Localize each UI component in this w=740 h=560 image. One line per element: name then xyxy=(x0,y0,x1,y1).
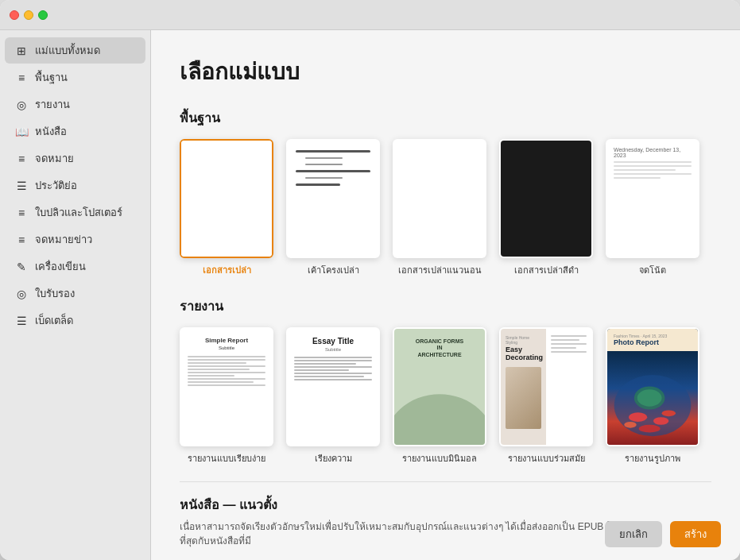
sidebar-item-flyers[interactable]: ≡ ใบปลิวและโปสเตอร์ xyxy=(5,199,145,226)
template-contemporary[interactable]: Simple Home Styling Easy Decorating xyxy=(499,327,593,465)
organic-preview: ORGANIC FORMSINARCHITECTURE xyxy=(394,329,485,445)
template-label-outline: เค้าโครงเปล่า xyxy=(308,263,359,277)
photo-report-preview: Fashion Times · April 15, 2023 Photo Rep… xyxy=(607,329,698,445)
flyers-icon: ≡ xyxy=(14,206,29,220)
pr-fish-scene xyxy=(607,351,698,445)
el4 xyxy=(294,366,372,368)
close-button[interactable] xyxy=(10,10,19,20)
template-organic[interactable]: ORGANIC FORMSINARCHITECTURE รายงานแบบมิน… xyxy=(393,327,486,465)
outline-preview xyxy=(288,141,378,257)
sr-lines xyxy=(188,356,265,386)
template-label-photo-report: รายงานรูปภาพ xyxy=(625,451,680,465)
cr5 xyxy=(551,351,587,353)
template-thumb-simple-report[interactable]: Simple ReportSubtitle xyxy=(180,327,273,446)
simple-report-preview: Simple ReportSubtitle xyxy=(181,329,272,445)
el6 xyxy=(294,373,372,374)
sidebar: ⊞ แม่แบบทั้งหมด ≡ พื้นฐาน ◎ รายงาน 📖 หนั… xyxy=(0,30,151,560)
el3 xyxy=(294,363,356,365)
template-simple-report[interactable]: Simple ReportSubtitle xyxy=(180,327,273,465)
sidebar-item-basic[interactable]: ≡ พื้นฐาน xyxy=(5,64,145,91)
el7 xyxy=(294,376,364,377)
srl8 xyxy=(188,378,265,380)
sidebar-item-label-reports: รายงาน xyxy=(35,96,70,113)
srl5 xyxy=(188,369,250,370)
el5 xyxy=(294,369,349,371)
writing-icon: ✎ xyxy=(14,260,29,274)
sidebar-item-certificates[interactable]: ◎ ใบรับรอง xyxy=(5,280,145,307)
sidebar-item-misc[interactable]: ☰ เบ็ดเตล็ด xyxy=(5,307,145,334)
sidebar-item-label-misc: เบ็ดเตล็ด xyxy=(35,312,73,329)
sidebar-item-writing[interactable]: ✎ เครื่องเขียน xyxy=(5,253,145,280)
sr-title: Simple ReportSubtitle xyxy=(188,337,265,351)
template-photo-report[interactable]: Fashion Times · April 15, 2023 Photo Rep… xyxy=(606,327,699,465)
sidebar-item-label-writing: เครื่องเขียน xyxy=(35,258,86,275)
sidebar-item-label-newsletters: จดหมายข่าว xyxy=(35,231,92,248)
sidebar-item-label-books: หนังสือ xyxy=(35,123,67,140)
sidebar-item-books[interactable]: 📖 หนังสือ xyxy=(5,118,145,145)
nl2 xyxy=(614,165,692,167)
template-landscape[interactable]: เอกสารเปล่าแนวนอน xyxy=(393,139,486,277)
sidebar-item-all[interactable]: ⊞ แม่แบบทั้งหมด xyxy=(5,37,145,64)
template-black[interactable]: เอกสารเปล่าสีดำ xyxy=(499,139,593,277)
misc-icon: ☰ xyxy=(14,314,29,328)
content-area: ⊞ แม่แบบทั้งหมด ≡ พื้นฐาน ◎ รายงาน 📖 หนั… xyxy=(0,30,740,560)
black-preview xyxy=(501,141,591,257)
sidebar-item-letters[interactable]: ≡ จดหมาย xyxy=(5,145,145,172)
nl5 xyxy=(614,177,661,179)
pr-image xyxy=(607,351,698,445)
template-thumb-essay[interactable]: Essay Title Subtitle xyxy=(286,327,380,446)
minimize-button[interactable] xyxy=(24,10,33,20)
svg-point-4 xyxy=(624,422,636,428)
basic-templates-grid: เอกสารเปล่า เค้าโครงเปล่ xyxy=(180,139,711,277)
template-label-landscape: เอกสารเปล่าแนวนอน xyxy=(398,263,482,277)
srl4 xyxy=(188,365,265,367)
cr3 xyxy=(551,343,587,345)
el8 xyxy=(294,379,372,380)
template-label-organic: รายงานแบบมินิมอล xyxy=(402,451,477,465)
sidebar-item-label-flyers: ใบปลิวและโปสเตอร์ xyxy=(35,204,122,221)
create-button[interactable]: สร้าง xyxy=(670,521,721,547)
srl2 xyxy=(188,359,265,361)
essay-subtitle: Subtitle xyxy=(325,347,341,352)
sidebar-item-reports[interactable]: ◎ รายงาน xyxy=(5,91,145,118)
essay-title: Essay Title xyxy=(312,337,354,346)
template-thumb-organic[interactable]: ORGANIC FORMSINARCHITECTURE xyxy=(393,327,486,446)
srl6 xyxy=(188,372,265,373)
template-thumb-landscape[interactable] xyxy=(393,139,486,258)
cr1 xyxy=(551,335,587,337)
basic-icon: ≡ xyxy=(14,71,29,85)
nl1 xyxy=(614,161,692,163)
ol5 xyxy=(305,177,343,179)
template-thumb-outline[interactable] xyxy=(286,139,380,258)
contemp-right xyxy=(546,329,591,445)
main-content: เลือกแม่แบบ พื้นฐาน เอกสารเปล่า xyxy=(151,30,740,560)
sidebar-item-cv[interactable]: ☰ ประวัติย่อ xyxy=(5,172,145,199)
note-preview: Wednesday, December 13, 2023 xyxy=(607,141,698,257)
template-thumb-blank[interactable] xyxy=(180,139,273,258)
cancel-button[interactable]: ยกเลิก xyxy=(605,521,662,547)
template-label-note: จดโน้ต xyxy=(639,263,666,277)
template-thumb-contemporary[interactable]: Simple Home Styling Easy Decorating xyxy=(499,327,593,446)
srl7 xyxy=(188,375,234,377)
note-date: Wednesday, December 13, 2023 xyxy=(614,147,692,158)
el2 xyxy=(294,360,372,361)
svg-point-3 xyxy=(639,425,661,433)
certificates-icon: ◎ xyxy=(14,287,29,301)
template-outline[interactable]: เค้าโครงเปล่า xyxy=(286,139,380,277)
template-thumb-note[interactable]: Wednesday, December 13, 2023 xyxy=(606,139,699,258)
reports-icon: ◎ xyxy=(14,98,29,112)
organic-title: ORGANIC FORMSINARCHITECTURE xyxy=(416,338,463,358)
sidebar-item-label-cv: ประวัติย่อ xyxy=(35,177,77,194)
maximize-button[interactable] xyxy=(38,10,48,20)
contemp-left: Simple Home Styling Easy Decorating xyxy=(501,329,546,445)
pr-top-title: Photo Report xyxy=(614,338,692,346)
sidebar-item-newsletters[interactable]: ≡ จดหมายข่าว xyxy=(5,226,145,253)
template-note[interactable]: Wednesday, December 13, 2023 จดโน้ต xyxy=(606,139,699,277)
books-icon: 📖 xyxy=(14,125,29,139)
template-essay[interactable]: Essay Title Subtitle xyxy=(286,327,380,465)
template-thumb-black[interactable] xyxy=(499,139,593,258)
essay-preview: Essay Title Subtitle xyxy=(288,329,378,445)
template-blank[interactable]: เอกสารเปล่า xyxy=(180,139,273,277)
page-title: เลือกแม่แบบ xyxy=(180,54,711,89)
template-thumb-photo-report[interactable]: Fashion Times · April 15, 2023 Photo Rep… xyxy=(606,327,699,446)
